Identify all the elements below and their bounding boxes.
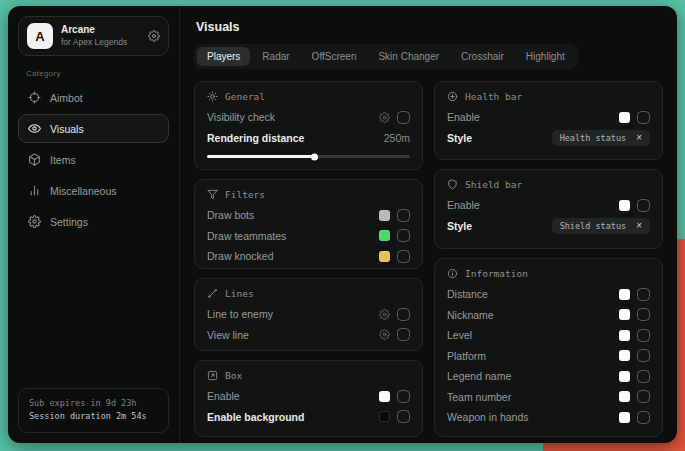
draw-bots-checkbox[interactable] xyxy=(397,209,410,222)
color-swatch[interactable] xyxy=(619,412,630,423)
crosshair-icon xyxy=(28,91,41,104)
sidebar-nav: Aimbot Visuals Items Miscellaneous xyxy=(18,83,169,236)
sidebar-item-aimbot[interactable]: Aimbot xyxy=(18,83,169,112)
tab-skin-changer[interactable]: Skin Changer xyxy=(368,47,449,66)
color-swatch[interactable] xyxy=(379,411,390,422)
row-label: Weapon in hands xyxy=(447,411,529,423)
sidebar-item-label: Visuals xyxy=(50,123,84,135)
color-swatch[interactable] xyxy=(379,230,390,241)
sidebar-item-visuals[interactable]: Visuals xyxy=(18,114,169,143)
right-column: Health bar Enable Style Health status xyxy=(434,81,663,437)
row-label: Line to enemy xyxy=(207,308,273,320)
sidebar: A Arcane for Apex Legends Category Aimbo… xyxy=(8,6,180,443)
color-swatch[interactable] xyxy=(619,309,630,320)
rendering-distance-row: Rendering distance 250m xyxy=(207,128,410,149)
nickname-checkbox[interactable] xyxy=(637,308,650,321)
health-style-select[interactable]: Health status × xyxy=(552,130,650,146)
weapon-in-hands-checkbox[interactable] xyxy=(637,411,650,424)
gear-icon[interactable] xyxy=(379,329,390,340)
draw-teammates-checkbox[interactable] xyxy=(397,229,410,242)
level-row: Level xyxy=(447,325,650,346)
weapon-in-hands-row: Weapon in hands xyxy=(447,407,650,428)
color-swatch[interactable] xyxy=(619,350,630,361)
color-swatch[interactable] xyxy=(379,391,390,402)
color-swatch[interactable] xyxy=(379,251,390,262)
color-swatch[interactable] xyxy=(619,391,630,402)
page-title: Visuals xyxy=(196,20,663,34)
gear-icon[interactable] xyxy=(379,309,390,320)
team-number-row: Team number xyxy=(447,387,650,408)
color-swatch[interactable] xyxy=(619,200,630,211)
tab-highlight[interactable]: Highlight xyxy=(516,47,575,66)
sidebar-item-settings[interactable]: Settings xyxy=(18,207,169,236)
row-label: Style xyxy=(447,132,472,144)
distance-value: 250m xyxy=(384,132,410,144)
color-swatch[interactable] xyxy=(619,371,630,382)
draw-knocked-checkbox[interactable] xyxy=(397,250,410,263)
box-enable-background-checkbox[interactable] xyxy=(397,410,410,423)
row-label: Rendering distance xyxy=(207,132,304,144)
color-swatch[interactable] xyxy=(379,210,390,221)
info-icon xyxy=(447,268,458,279)
row-label: Visibility check xyxy=(207,111,275,123)
gear-icon[interactable] xyxy=(379,112,390,123)
app-logo: A xyxy=(27,23,53,49)
sidebar-item-label: Settings xyxy=(50,216,88,228)
rendering-distance-slider[interactable] xyxy=(207,152,410,161)
card-header: Shield bar xyxy=(447,179,650,190)
row-label: Draw teammates xyxy=(207,230,286,242)
color-swatch[interactable] xyxy=(619,112,630,123)
visibility-check-checkbox[interactable] xyxy=(397,111,410,124)
level-checkbox[interactable] xyxy=(637,329,650,342)
distance-checkbox[interactable] xyxy=(637,288,650,301)
gear-icon[interactable] xyxy=(148,30,160,42)
shield-enable-checkbox[interactable] xyxy=(637,199,650,212)
slider-thumb[interactable] xyxy=(311,153,318,160)
app-subtitle: for Apex Legends xyxy=(61,37,140,48)
information-card: Information Distance Nickname xyxy=(434,258,663,437)
health-enable-checkbox[interactable] xyxy=(637,111,650,124)
row-label: Draw bots xyxy=(207,209,254,221)
health-bar-card: Health bar Enable Style Health status xyxy=(434,81,663,160)
draw-knocked-row: Draw knocked xyxy=(207,246,410,267)
row-label: Draw knocked xyxy=(207,250,274,262)
tab-players[interactable]: Players xyxy=(197,47,250,66)
gear-icon xyxy=(28,215,41,228)
eye-icon xyxy=(28,122,41,135)
line-to-enemy-checkbox[interactable] xyxy=(397,308,410,321)
shield-icon xyxy=(447,179,458,190)
sidebar-item-items[interactable]: Items xyxy=(18,145,169,174)
visibility-check-row: Visibility check xyxy=(207,107,410,128)
tab-radar[interactable]: Radar xyxy=(252,47,299,66)
legend-name-checkbox[interactable] xyxy=(637,370,650,383)
color-swatch[interactable] xyxy=(619,289,630,300)
clear-icon[interactable]: × xyxy=(636,133,642,143)
view-line-checkbox[interactable] xyxy=(397,328,410,341)
nickname-row: Nickname xyxy=(447,305,650,326)
sidebar-item-miscellaneous[interactable]: Miscellaneous xyxy=(18,176,169,205)
shield-style-select[interactable]: Shield status × xyxy=(552,218,650,234)
team-number-checkbox[interactable] xyxy=(637,390,650,403)
card-header: General xyxy=(207,91,410,102)
platform-row: Platform xyxy=(447,346,650,367)
draw-bots-row: Draw bots xyxy=(207,205,410,226)
funnel-icon xyxy=(207,189,218,200)
bars-icon xyxy=(28,184,41,197)
tab-offscreen[interactable]: OffScreen xyxy=(302,47,367,66)
category-label: Category xyxy=(26,69,169,78)
card-header: Information xyxy=(447,268,650,279)
tab-crosshair[interactable]: Crosshair xyxy=(451,47,514,66)
sidebar-item-label: Miscellaneous xyxy=(50,185,117,197)
row-label: Distance xyxy=(447,288,488,300)
platform-checkbox[interactable] xyxy=(637,349,650,362)
box-arrow-icon xyxy=(207,370,218,381)
card-title: Shield bar xyxy=(465,179,522,190)
legend-name-row: Legend name xyxy=(447,366,650,387)
color-swatch[interactable] xyxy=(619,330,630,341)
shield-bar-card: Shield bar Enable Style Shield status xyxy=(434,169,663,249)
box-enable-checkbox[interactable] xyxy=(397,390,410,403)
clear-icon[interactable]: × xyxy=(636,221,642,231)
card-title: Information xyxy=(465,268,528,279)
box-enable-background-row: Enable background xyxy=(207,407,410,428)
row-label: Enable background xyxy=(207,411,304,423)
